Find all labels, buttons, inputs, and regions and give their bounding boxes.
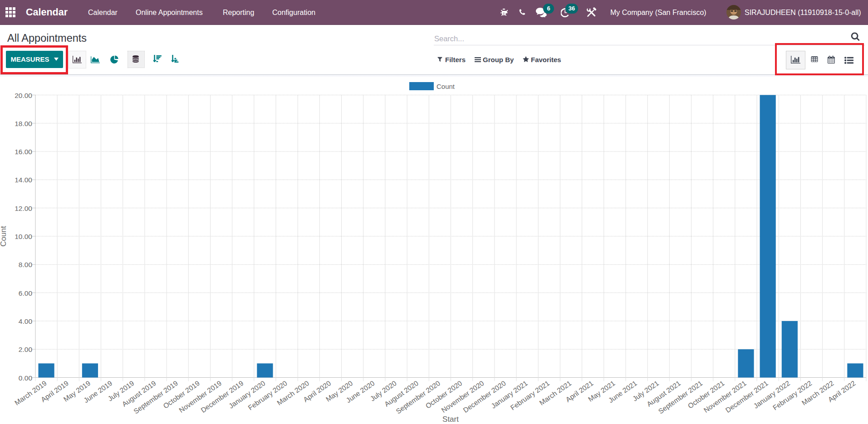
svg-text:Count: Count (436, 83, 455, 90)
svg-text:2.00: 2.00 (19, 346, 33, 353)
svg-text:0.00: 0.00 (19, 374, 33, 382)
svg-text:8.00: 8.00 (19, 261, 33, 268)
svg-text:10.00: 10.00 (15, 233, 32, 240)
svg-text:12.00: 12.00 (15, 205, 32, 212)
svg-text:16.00: 16.00 (15, 148, 32, 156)
svg-text:Start: Start (442, 415, 459, 424)
svg-text:20.00: 20.00 (15, 92, 32, 99)
svg-text:14.00: 14.00 (15, 176, 32, 184)
svg-text:4.00: 4.00 (19, 317, 33, 325)
svg-text:Count: Count (0, 226, 8, 247)
svg-text:18.00: 18.00 (15, 120, 32, 127)
svg-text:6.00: 6.00 (19, 289, 33, 297)
